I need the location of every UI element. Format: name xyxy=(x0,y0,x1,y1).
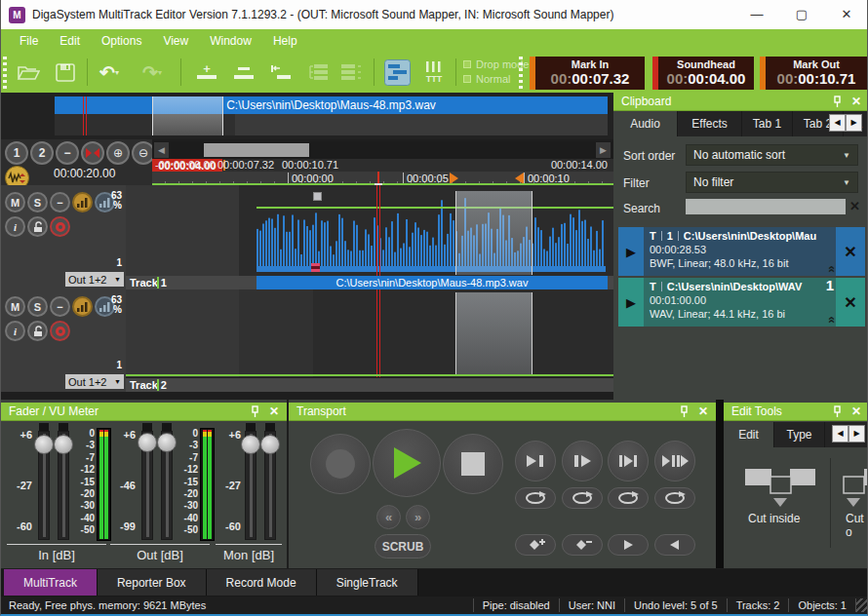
clipboard-entry-1[interactable]: ▶ T1C:\Users\nin\Desktop\Mau 00:00:28.53… xyxy=(618,227,865,276)
zoom-in-button[interactable]: ⊕ xyxy=(106,141,130,165)
group-objects-icon[interactable] xyxy=(303,58,333,86)
soundhead-display[interactable]: Soundhead 00:00:04.00 xyxy=(652,57,754,90)
add-marker-button[interactable] xyxy=(515,534,556,556)
track2-lock-icon[interactable] xyxy=(27,321,48,341)
mark-in-display[interactable]: Mark In 00:00:07.32 xyxy=(530,57,645,90)
close-button[interactable]: ✕ xyxy=(824,0,868,29)
mon-fader-right-knob[interactable] xyxy=(260,435,280,454)
out-fader-left-knob[interactable] xyxy=(138,433,157,452)
tab-1[interactable]: Tab 1 xyxy=(742,111,793,136)
entry1-remove-icon[interactable]: ✕ xyxy=(836,227,865,276)
tab-scroll-right-icon[interactable]: ▶ xyxy=(848,425,865,443)
track1-fade-handle[interactable] xyxy=(313,192,322,201)
ungroup-objects-icon[interactable] xyxy=(336,58,366,86)
pin-icon[interactable] xyxy=(833,405,842,417)
loop-selection-button[interactable] xyxy=(562,487,603,509)
track1-minimize-button[interactable]: − xyxy=(50,192,70,212)
previous-marker-button[interactable] xyxy=(654,534,695,556)
track2-solo-button[interactable]: S xyxy=(27,296,48,317)
track2-output-select[interactable]: Out 1+2▼ xyxy=(65,374,124,389)
track2-label-row[interactable]: Track 2 xyxy=(126,378,613,392)
record-button[interactable] xyxy=(310,434,371,494)
menu-view[interactable]: View xyxy=(152,29,199,53)
add-track-icon[interactable]: + xyxy=(192,58,221,86)
mon-fader-left-knob[interactable] xyxy=(241,435,260,454)
undo-icon[interactable]: ↶▾ xyxy=(93,58,126,86)
zoom-to-selection-button[interactable] xyxy=(81,141,104,165)
pin-icon[interactable] xyxy=(833,96,842,107)
track2-info-button[interactable]: i xyxy=(5,321,25,341)
overview-playhead[interactable] xyxy=(83,96,84,135)
fader-close-icon[interactable]: ✕ xyxy=(269,404,279,418)
track1-waveform-mode-icon[interactable] xyxy=(72,192,93,212)
track1-record-arm-button[interactable] xyxy=(50,216,70,237)
remove-track-icon[interactable] xyxy=(229,58,258,86)
arrange-objects-icon[interactable] xyxy=(381,58,413,86)
save-icon[interactable] xyxy=(52,58,79,86)
tab-audio[interactable]: Audio xyxy=(613,111,678,136)
cut-outside-button[interactable] xyxy=(842,466,868,513)
track1-lane[interactable] xyxy=(126,185,613,276)
track1-info-button[interactable]: i xyxy=(5,216,25,237)
track2-lane[interactable] xyxy=(126,289,613,377)
sort-order-select[interactable]: No automatic sort▼ xyxy=(686,144,858,166)
play-selection-button[interactable] xyxy=(608,441,649,481)
track-text-icon[interactable]: TTT xyxy=(418,58,450,86)
entry1-expand-icon[interactable]: « xyxy=(824,265,836,270)
zoom-preset-1-button[interactable]: 1 xyxy=(5,141,28,165)
tab-scroll-right-icon[interactable]: ▶ xyxy=(846,114,862,132)
track2-record-arm-button[interactable] xyxy=(50,321,70,341)
remove-marker-button[interactable] xyxy=(562,534,603,556)
tab-singletrack[interactable]: SingleTrack xyxy=(317,569,418,596)
loop-all-button[interactable] xyxy=(654,487,695,509)
scroll-right-icon[interactable]: ▶ xyxy=(596,142,611,158)
menu-help[interactable]: Help xyxy=(262,29,308,53)
track1-output-select[interactable]: Out 1+2▼ xyxy=(65,272,124,287)
clipboard-close-icon[interactable]: ✕ xyxy=(851,95,861,108)
edit-tools-close-icon[interactable]: ✕ xyxy=(851,404,861,418)
redo-icon[interactable]: ↷▾ xyxy=(136,58,169,86)
track1-selection[interactable] xyxy=(455,191,533,275)
entry1-play-icon[interactable]: ▶ xyxy=(618,227,644,276)
zoom-out-full-button[interactable]: − xyxy=(56,141,79,165)
minimize-button[interactable]: — xyxy=(734,0,779,29)
pin-icon[interactable] xyxy=(251,405,259,417)
track2-mute-button[interactable]: M xyxy=(5,296,25,317)
maximize-button[interactable]: ▢ xyxy=(779,0,824,29)
timeline-scrollbar-thumb[interactable] xyxy=(204,143,309,157)
tab-effects[interactable]: Effects xyxy=(678,111,742,136)
resize-grip[interactable] xyxy=(855,598,868,612)
track2-minimize-button[interactable]: − xyxy=(50,296,70,317)
track1-lock-icon[interactable] xyxy=(27,216,48,237)
next-marker-button[interactable] xyxy=(608,534,649,556)
nudge-back-button[interactable]: « xyxy=(376,505,401,529)
entry2-expand-icon[interactable]: « xyxy=(824,316,836,321)
toolbar-grip-2[interactable] xyxy=(519,57,523,89)
insert-track-icon[interactable] xyxy=(266,58,296,86)
track1-mute-button[interactable]: M xyxy=(5,192,25,212)
in-fader-left-knob[interactable] xyxy=(34,435,54,454)
track2-envelope-line[interactable] xyxy=(126,374,613,376)
open-icon[interactable] xyxy=(15,58,42,86)
tab-type[interactable]: Type xyxy=(774,422,825,447)
out-fader-right-knob[interactable] xyxy=(157,433,177,452)
scroll-left-icon[interactable]: ◀ xyxy=(154,142,169,158)
clipboard-entry-2[interactable]: ▶ TC:\Users\nin\Desktop\WAV 00:01:00.00 … xyxy=(618,278,865,327)
play-around-selection-button[interactable] xyxy=(654,441,695,481)
tab-scroll-left-icon[interactable]: ◀ xyxy=(829,114,846,132)
overview-view-window[interactable] xyxy=(152,96,223,135)
filter-select[interactable]: No filter▼ xyxy=(686,172,858,193)
entry2-remove-icon[interactable]: ✕ xyxy=(836,278,865,327)
track1-solo-button[interactable]: S xyxy=(27,192,48,212)
search-clear-icon[interactable]: ✕ xyxy=(849,199,860,213)
nudge-forward-button[interactable]: » xyxy=(406,505,430,529)
tab-edit[interactable]: Edit xyxy=(724,422,774,447)
toolbar-grip[interactable] xyxy=(3,57,7,89)
pin-icon[interactable] xyxy=(680,405,689,417)
loop-mark-out-button[interactable] xyxy=(608,487,649,509)
zoom-preset-2-button[interactable]: 2 xyxy=(30,141,54,165)
mark-out-display[interactable]: Mark Out 00:00:10.71 xyxy=(760,57,867,90)
play-from-soundhead-button[interactable] xyxy=(562,441,603,481)
track2-selection[interactable] xyxy=(455,292,533,375)
play-to-soundhead-button[interactable] xyxy=(515,441,556,481)
